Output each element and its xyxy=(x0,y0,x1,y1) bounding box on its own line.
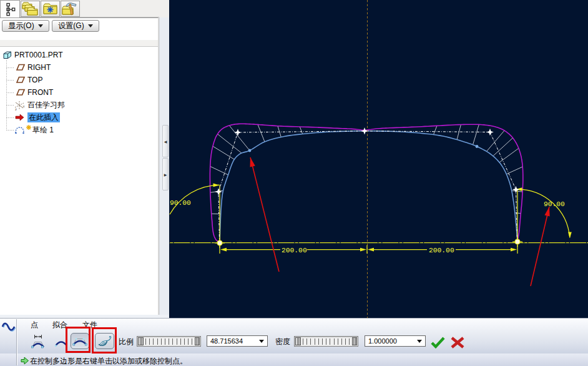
svg-text:90.00: 90.00 xyxy=(170,199,191,207)
svg-text:x: x xyxy=(23,104,25,108)
svg-text:200.00: 200.00 xyxy=(282,247,307,254)
svg-text:90.00: 90.00 xyxy=(544,200,565,208)
svg-text:200.00: 200.00 xyxy=(429,247,454,254)
svg-text:z: z xyxy=(15,107,17,111)
